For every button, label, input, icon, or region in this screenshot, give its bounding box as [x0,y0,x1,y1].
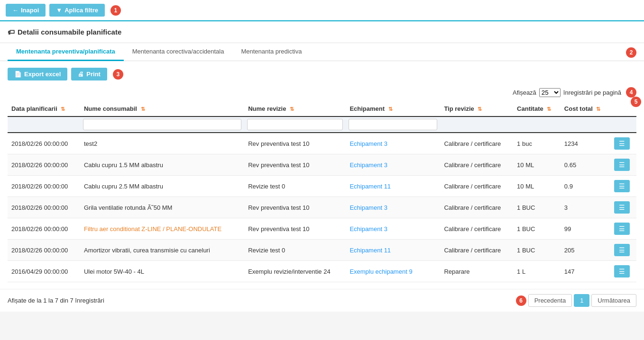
cell-data: 2016/04/29 00:00:00 [8,261,80,282]
filter-revizie [244,116,346,133]
page-1-button[interactable]: 1 [574,294,589,307]
excel-icon: 📄 [14,71,22,78]
next-page-button[interactable]: Următoarea [591,294,636,307]
cell-tip-revizie: Calibrare / certificare [440,240,513,261]
badge-4: 4 [626,87,636,98]
top-bar: ← Inapoi ▼ Aplica filtre 1 [0,0,644,21]
sort-icon-revizie[interactable]: ⇅ [290,106,294,112]
cell-consumabil: Cablu cupru 1.5 MM albastru [80,154,244,176]
sort-icon-echipament[interactable]: ⇅ [388,106,393,112]
action-bar: 📄 Export excel 🖨 Print 3 [8,68,636,81]
cell-tip-revizie: Reparare [440,261,513,282]
page-title-bar: 🏷 Detalii consumabile planificate [0,21,644,43]
cell-action: ☰ [610,218,636,240]
sort-icon-tip[interactable]: ⇅ [478,106,482,112]
sort-icon-consumabil[interactable]: ⇅ [141,106,145,112]
echipament-link[interactable]: Echipament 3 [350,225,387,233]
echipament-link[interactable]: Exemplu echipament 9 [350,268,412,275]
filter-button[interactable]: ▼ Aplica filtre [49,4,105,17]
per-page-select[interactable]: 25 10 50 100 [539,88,561,97]
cell-action: ☰ [610,176,636,197]
row-action-button[interactable]: ☰ [614,159,630,171]
back-button[interactable]: ← Inapoi [6,4,46,17]
cell-revizie: Exemplu revizie/interventie 24 [244,261,346,282]
echipament-link[interactable]: Echipament 3 [350,204,387,211]
row-action-button[interactable]: ☰ [614,223,630,235]
cell-data: 2018/02/26 00:00:00 [8,218,80,240]
cell-data: 2018/02/26 00:00:00 [8,133,80,154]
cell-echipament: Exemplu echipament 9 [346,261,440,282]
cell-tip-revizie: Calibrare / certificare [440,133,513,154]
tabs-bar: Mentenanta preventiva/planificata Menten… [0,43,644,61]
filter-action [610,116,636,133]
cell-revizie: Rev preventiva test 10 [244,218,346,240]
print-icon: 🖨 [78,71,84,78]
cell-action: ☰ [610,261,636,282]
filter-consumabil [80,116,244,133]
cell-echipament: Echipament 3 [346,154,440,176]
cell-tip-revizie: Calibrare / certificare [440,218,513,240]
cell-cantitate: 1 buc [513,133,561,154]
table-row: 2018/02/26 00:00:00 Cablu cupru 1.5 MM a… [8,154,636,176]
cell-action: ☰ [610,133,636,154]
col-nume-consumabil: Nume consumabil ⇅ [80,101,244,116]
tag-icon: 🏷 [8,28,15,36]
cell-action: ☰ [610,154,636,176]
echipament-link[interactable]: Echipament 3 [350,161,387,169]
cell-data: 2018/02/26 00:00:00 [8,176,80,197]
echipament-link[interactable]: Echipament 11 [350,183,391,190]
row-action-button[interactable]: ☰ [614,180,630,192]
bottom-bar: Afișate de la 1 la 7 din 7 înregistrări … [0,289,644,312]
row-action-button[interactable]: ☰ [614,265,630,277]
prev-page-button[interactable]: Precedenta [528,294,572,307]
cell-cost-total: 147 [561,261,610,282]
sort-icon-cost[interactable]: ⇅ [596,106,600,112]
tab-preventiva[interactable]: Mentenanta preventiva/planificata [8,43,124,61]
filter-consumabil-input[interactable] [83,119,241,130]
cell-action: ☰ [610,240,636,261]
print-button[interactable]: 🖨 Print [71,68,107,81]
row-action-button[interactable]: ☰ [614,244,630,256]
cell-revizie: Revizie test 0 [244,240,346,261]
badge-2: 2 [626,47,636,58]
cell-action: ☰ [610,197,636,218]
filter-tip [440,116,513,133]
cell-cantitate: 10 ML [513,176,561,197]
cell-revizie: Rev preventiva test 10 [244,197,346,218]
sort-icon-data[interactable]: ⇅ [61,106,65,112]
tab-predictiva[interactable]: Mentenanta predictiva [232,43,310,61]
filter-cost [561,116,610,133]
filter-data [8,116,80,133]
echipament-link[interactable]: Echipament 3 [350,140,387,147]
cell-data: 2018/02/26 00:00:00 [8,197,80,218]
inregistrari-label: înregistrări pe pagină [563,89,621,96]
cell-revizie: Rev preventiva test 10 [244,133,346,154]
arrow-left-icon: ← [12,7,18,14]
export-excel-button[interactable]: 📄 Export excel [8,68,67,81]
cell-revizie: Rev preventiva test 10 [244,154,346,176]
tab-corectiva[interactable]: Mentenanta corectiva/accidentala [124,43,233,61]
cell-tip-revizie: Calibrare / certificare [440,154,513,176]
row-action-button[interactable]: ☰ [614,201,630,214]
cell-consumabil: Grila ventilatie rotunda Ã˜50 MM [80,197,244,218]
echipament-link[interactable]: Echipament 11 [350,247,391,254]
cell-cost-total: 1234 [561,133,610,154]
cell-consumabil: test2 [80,133,244,154]
filter-revizie-input[interactable] [247,119,343,130]
cell-echipament: Echipament 11 [346,176,440,197]
filter-row [8,116,636,133]
sort-icon-cantitate[interactable]: ⇅ [547,106,551,112]
filter-echipament-input[interactable] [349,119,437,130]
records-info: Afișate de la 1 la 7 din 7 înregistrări [8,297,104,304]
cell-echipament: Echipament 3 [346,197,440,218]
cell-cost-total: 205 [561,240,610,261]
cell-cantitate: 1 BUC [513,218,561,240]
badge-6: 6 [516,295,526,306]
col-nume-revizie: Nume revizie ⇅ [244,101,346,116]
cell-echipament: Echipament 11 [346,240,440,261]
filter-icon: ▼ [56,7,62,14]
row-action-button[interactable]: ☰ [614,137,630,150]
badge-5: 5 [631,97,641,107]
page-title: Detalii consumabile planificate [18,28,121,36]
cell-consumabil: Ulei motor 5W-40 - 4L [80,261,244,282]
